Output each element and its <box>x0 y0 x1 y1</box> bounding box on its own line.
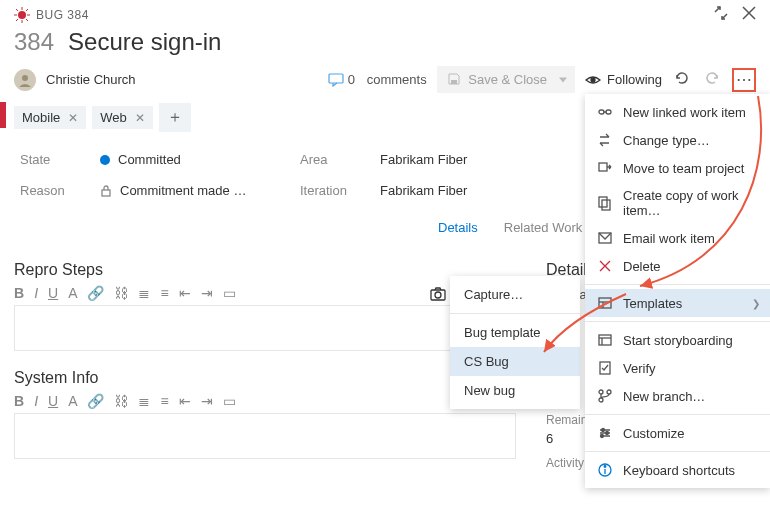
menu-item-shortcuts[interactable]: Keyboard shortcuts <box>585 456 770 484</box>
reason-label: Reason <box>20 183 80 198</box>
svg-point-33 <box>602 429 605 432</box>
menu-item-new-branch[interactable]: New branch… <box>585 382 770 410</box>
svg-point-34 <box>606 432 609 435</box>
close-icon[interactable] <box>742 6 756 24</box>
svg-point-30 <box>599 390 603 394</box>
svg-line-8 <box>26 9 28 11</box>
menu-item-templates[interactable]: Templates❯ <box>585 289 770 317</box>
work-item-type-id: BUG 384 <box>36 8 708 22</box>
svg-rect-26 <box>599 335 611 345</box>
bullet-list-icon[interactable]: ≣ <box>138 393 150 409</box>
underline-icon[interactable]: U <box>48 393 58 409</box>
image-icon[interactable]: ▭ <box>223 393 236 409</box>
area-value[interactable]: Fabrikam Fiber <box>380 152 530 167</box>
submenu-item-capture-tmpl[interactable]: Capture… <box>450 280 580 309</box>
indent-icon[interactable]: ⇥ <box>201 393 213 409</box>
menu-item-create-copy[interactable]: Create copy of work item… <box>585 182 770 224</box>
branch-icon <box>597 388 613 404</box>
more-actions-button[interactable]: ⋯ <box>732 68 756 92</box>
image-icon[interactable]: ▭ <box>223 285 236 301</box>
iteration-label: Iteration <box>300 183 360 198</box>
number-list-icon[interactable]: ≡ <box>160 285 168 301</box>
separator <box>450 313 580 314</box>
font-icon[interactable]: A <box>68 393 77 409</box>
link-icon[interactable]: 🔗 <box>87 393 104 409</box>
separator <box>585 451 770 452</box>
tag-web[interactable]: Web✕ <box>92 106 153 129</box>
underline-icon[interactable]: U <box>48 285 58 301</box>
indent-icon[interactable]: ⇥ <box>201 285 213 301</box>
menu-item-verify[interactable]: Verify <box>585 354 770 382</box>
reason-value[interactable]: Commitment made … <box>100 183 280 198</box>
accent-bar <box>0 102 6 128</box>
svg-point-38 <box>604 466 606 468</box>
bug-icon <box>14 7 30 23</box>
bullet-list-icon[interactable]: ≣ <box>138 285 150 301</box>
editor-toolbar[interactable]: B I U A 🔗 ⛓ ≣ ≡ ⇤ ⇥ ▭ <box>14 393 516 409</box>
chevron-right-icon: ❯ <box>752 298 760 309</box>
save-close-button[interactable]: Save & Close <box>437 66 575 93</box>
refresh-icon[interactable] <box>672 70 692 90</box>
fullscreen-icon[interactable] <box>714 6 728 24</box>
submenu-item-new-bug[interactable]: New bug <box>450 376 580 405</box>
svg-rect-19 <box>599 163 607 171</box>
work-item-id: 384 <box>14 28 54 56</box>
submenu-item-bug-template[interactable]: Bug template <box>450 318 580 347</box>
tag-mobile[interactable]: Mobile✕ <box>14 106 86 129</box>
system-info-editor[interactable] <box>14 413 516 459</box>
tag-remove-icon[interactable]: ✕ <box>135 111 145 125</box>
copy-icon <box>597 195 613 211</box>
unlink-icon[interactable]: ⛓ <box>114 393 128 409</box>
tmpl-icon <box>597 295 613 311</box>
svg-rect-21 <box>602 200 610 210</box>
bold-icon[interactable]: B <box>14 285 24 301</box>
iteration-value[interactable]: Fabrikam Fiber <box>380 183 530 198</box>
add-tag-button[interactable]: ＋ <box>159 103 191 132</box>
italic-icon[interactable]: I <box>34 285 38 301</box>
assignee-name[interactable]: Christie Church <box>46 72 318 87</box>
svg-rect-13 <box>102 190 110 196</box>
svg-point-12 <box>591 78 595 82</box>
menu-item-change-type[interactable]: Change type… <box>585 126 770 154</box>
comments-count[interactable]: 0 comments <box>328 72 427 87</box>
work-item-title[interactable]: Secure sign-in <box>68 28 221 56</box>
menu-item-storyboard[interactable]: Start storyboarding <box>585 326 770 354</box>
separator <box>585 414 770 415</box>
svg-point-32 <box>607 390 611 394</box>
menu-item-customize[interactable]: Customize <box>585 419 770 447</box>
outdent-icon[interactable]: ⇤ <box>179 285 191 301</box>
repro-steps-title: Repro Steps <box>14 261 516 279</box>
tab-details[interactable]: Details <box>436 212 480 243</box>
number-list-icon[interactable]: ≡ <box>160 393 168 409</box>
state-value[interactable]: Committed <box>100 152 280 167</box>
system-info-title: System Info <box>14 369 516 387</box>
menu-item-email[interactable]: Email work item <box>585 224 770 252</box>
italic-icon[interactable]: I <box>34 393 38 409</box>
svg-line-6 <box>26 19 28 21</box>
font-icon[interactable]: A <box>68 285 77 301</box>
state-label: State <box>20 152 80 167</box>
tag-remove-icon[interactable]: ✕ <box>68 111 78 125</box>
svg-rect-23 <box>599 298 611 308</box>
separator <box>585 284 770 285</box>
submenu-item-cs-bug[interactable]: CS Bug <box>450 347 580 376</box>
menu-item-new-linked[interactable]: New linked work item <box>585 98 770 126</box>
menu-item-move-team[interactable]: Move to team project <box>585 154 770 182</box>
svg-rect-20 <box>599 197 607 207</box>
templates-submenu: Capture…Bug templateCS BugNew bug <box>450 276 580 409</box>
bold-icon[interactable]: B <box>14 393 24 409</box>
swap-icon <box>597 132 613 148</box>
camera-icon <box>430 286 446 305</box>
mail-icon <box>597 230 613 246</box>
repro-steps-editor[interactable] <box>14 305 516 351</box>
undo-icon[interactable] <box>702 70 722 90</box>
following-toggle[interactable]: Following <box>585 72 662 87</box>
menu-item-delete[interactable]: Delete <box>585 252 770 280</box>
svg-rect-10 <box>329 74 343 83</box>
unlink-icon[interactable]: ⛓ <box>114 285 128 301</box>
link-icon[interactable]: 🔗 <box>87 285 104 301</box>
context-menu: New linked work itemChange type…Move to … <box>585 94 770 488</box>
avatar[interactable] <box>14 69 36 91</box>
move-icon <box>597 160 613 176</box>
outdent-icon[interactable]: ⇤ <box>179 393 191 409</box>
